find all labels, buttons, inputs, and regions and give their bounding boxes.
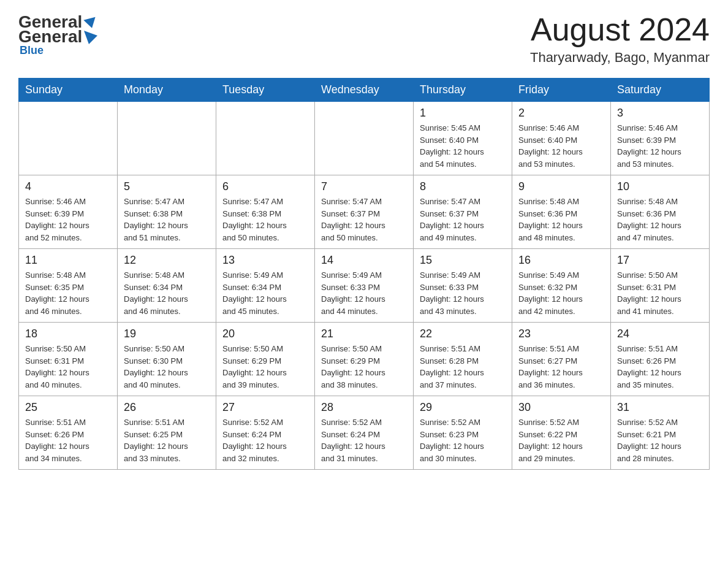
calendar-cell: 9Sunrise: 5:48 AM Sunset: 6:36 PM Daylig…	[512, 175, 611, 249]
day-number: 28	[321, 401, 407, 414]
day-number: 23	[518, 327, 604, 340]
header-sunday: Sunday	[19, 79, 118, 102]
week-row-4: 18Sunrise: 5:50 AM Sunset: 6:31 PM Dayli…	[19, 323, 710, 396]
day-number: 31	[617, 401, 703, 414]
day-number: 16	[518, 254, 604, 267]
calendar-cell: 2Sunrise: 5:46 AM Sunset: 6:40 PM Daylig…	[512, 102, 611, 175]
day-info: Sunrise: 5:48 AM Sunset: 6:36 PM Dayligh…	[617, 196, 703, 243]
day-number: 26	[124, 401, 210, 414]
day-info: Sunrise: 5:50 AM Sunset: 6:31 PM Dayligh…	[25, 343, 111, 391]
calendar-cell	[216, 102, 315, 175]
day-info: Sunrise: 5:45 AM Sunset: 6:40 PM Dayligh…	[420, 122, 506, 170]
day-info: Sunrise: 5:47 AM Sunset: 6:38 PM Dayligh…	[124, 196, 210, 243]
title-section: August 2024 Tharyarwady, Bago, Myanmar	[530, 12, 710, 66]
calendar-cell: 7Sunrise: 5:47 AM Sunset: 6:37 PM Daylig…	[315, 175, 414, 249]
day-number: 20	[222, 327, 308, 340]
location-title: Tharyarwady, Bago, Myanmar	[530, 50, 710, 66]
day-info: Sunrise: 5:52 AM Sunset: 6:24 PM Dayligh…	[222, 416, 308, 464]
day-info: Sunrise: 5:46 AM Sunset: 6:39 PM Dayligh…	[25, 196, 111, 243]
calendar-cell: 26Sunrise: 5:51 AM Sunset: 6:25 PM Dayli…	[118, 396, 216, 470]
day-number: 21	[321, 327, 407, 340]
header-tuesday: Tuesday	[216, 79, 315, 102]
week-row-5: 25Sunrise: 5:51 AM Sunset: 6:26 PM Dayli…	[19, 396, 710, 470]
day-number: 19	[124, 327, 210, 340]
day-info: Sunrise: 5:52 AM Sunset: 6:21 PM Dayligh…	[617, 416, 703, 464]
day-number: 14	[321, 254, 407, 267]
calendar-cell: 20Sunrise: 5:50 AM Sunset: 6:29 PM Dayli…	[216, 323, 315, 396]
day-info: Sunrise: 5:50 AM Sunset: 6:30 PM Dayligh…	[124, 343, 210, 391]
day-info: Sunrise: 5:52 AM Sunset: 6:22 PM Dayligh…	[518, 416, 604, 464]
day-number: 3	[617, 107, 703, 120]
calendar: SundayMondayTuesdayWednesdayThursdayFrid…	[18, 78, 710, 470]
day-info: Sunrise: 5:51 AM Sunset: 6:27 PM Dayligh…	[518, 343, 604, 391]
calendar-cell	[315, 102, 414, 175]
day-info: Sunrise: 5:51 AM Sunset: 6:26 PM Dayligh…	[25, 416, 111, 464]
month-title: August 2024	[530, 12, 710, 47]
header-wednesday: Wednesday	[315, 79, 414, 102]
calendar-cell	[19, 102, 118, 175]
calendar-cell: 21Sunrise: 5:50 AM Sunset: 6:29 PM Dayli…	[315, 323, 414, 396]
day-number: 12	[124, 254, 210, 267]
day-number: 5	[124, 180, 210, 193]
calendar-cell: 16Sunrise: 5:49 AM Sunset: 6:32 PM Dayli…	[512, 249, 611, 323]
logo-subtitle: Blue	[20, 44, 44, 57]
calendar-cell: 15Sunrise: 5:49 AM Sunset: 6:33 PM Dayli…	[414, 249, 512, 323]
calendar-cell: 23Sunrise: 5:51 AM Sunset: 6:27 PM Dayli…	[512, 323, 611, 396]
day-number: 11	[25, 254, 111, 267]
calendar-cell: 8Sunrise: 5:47 AM Sunset: 6:37 PM Daylig…	[414, 175, 512, 249]
day-number: 17	[617, 254, 703, 267]
day-info: Sunrise: 5:46 AM Sunset: 6:39 PM Dayligh…	[617, 122, 703, 170]
day-info: Sunrise: 5:46 AM Sunset: 6:40 PM Dayligh…	[518, 122, 604, 170]
calendar-cell	[118, 102, 216, 175]
calendar-cell: 19Sunrise: 5:50 AM Sunset: 6:30 PM Dayli…	[118, 323, 216, 396]
week-row-2: 4Sunrise: 5:46 AM Sunset: 6:39 PM Daylig…	[19, 175, 710, 249]
day-info: Sunrise: 5:50 AM Sunset: 6:31 PM Dayligh…	[617, 269, 703, 317]
calendar-cell: 13Sunrise: 5:49 AM Sunset: 6:34 PM Dayli…	[216, 249, 315, 323]
calendar-cell: 5Sunrise: 5:47 AM Sunset: 6:38 PM Daylig…	[118, 175, 216, 249]
calendar-cell: 31Sunrise: 5:52 AM Sunset: 6:21 PM Dayli…	[611, 396, 710, 470]
day-info: Sunrise: 5:48 AM Sunset: 6:34 PM Dayligh…	[124, 269, 210, 317]
header-thursday: Thursday	[414, 79, 512, 102]
day-number: 24	[617, 327, 703, 340]
calendar-cell: 3Sunrise: 5:46 AM Sunset: 6:39 PM Daylig…	[611, 102, 710, 175]
day-info: Sunrise: 5:49 AM Sunset: 6:33 PM Dayligh…	[420, 269, 506, 317]
day-info: Sunrise: 5:52 AM Sunset: 6:24 PM Dayligh…	[321, 416, 407, 464]
day-info: Sunrise: 5:51 AM Sunset: 6:25 PM Dayligh…	[124, 416, 210, 464]
day-number: 6	[222, 180, 308, 193]
day-number: 27	[222, 401, 308, 414]
day-number: 8	[420, 180, 506, 193]
day-info: Sunrise: 5:49 AM Sunset: 6:32 PM Dayligh…	[518, 269, 604, 317]
day-number: 10	[617, 180, 703, 193]
day-number: 25	[25, 401, 111, 414]
logo: General General Blue	[18, 12, 98, 57]
day-info: Sunrise: 5:52 AM Sunset: 6:23 PM Dayligh…	[420, 416, 506, 464]
day-number: 1	[420, 107, 506, 120]
day-number: 2	[518, 107, 604, 120]
calendar-cell: 17Sunrise: 5:50 AM Sunset: 6:31 PM Dayli…	[611, 249, 710, 323]
header: General General Blue August 2024 Tharyar…	[18, 12, 710, 66]
svg-marker-0	[84, 31, 97, 44]
calendar-cell: 30Sunrise: 5:52 AM Sunset: 6:22 PM Dayli…	[512, 396, 611, 470]
week-row-1: 1Sunrise: 5:45 AM Sunset: 6:40 PM Daylig…	[19, 102, 710, 175]
calendar-cell: 24Sunrise: 5:51 AM Sunset: 6:26 PM Dayli…	[611, 323, 710, 396]
calendar-cell: 12Sunrise: 5:48 AM Sunset: 6:34 PM Dayli…	[118, 249, 216, 323]
day-number: 29	[420, 401, 506, 414]
header-friday: Friday	[512, 79, 611, 102]
day-number: 30	[518, 401, 604, 414]
calendar-cell: 25Sunrise: 5:51 AM Sunset: 6:26 PM Dayli…	[19, 396, 118, 470]
week-row-3: 11Sunrise: 5:48 AM Sunset: 6:35 PM Dayli…	[19, 249, 710, 323]
day-info: Sunrise: 5:47 AM Sunset: 6:37 PM Dayligh…	[321, 196, 407, 243]
calendar-header-row: SundayMondayTuesdayWednesdayThursdayFrid…	[19, 79, 710, 102]
calendar-cell: 27Sunrise: 5:52 AM Sunset: 6:24 PM Dayli…	[216, 396, 315, 470]
calendar-cell: 14Sunrise: 5:49 AM Sunset: 6:33 PM Dayli…	[315, 249, 414, 323]
calendar-cell: 29Sunrise: 5:52 AM Sunset: 6:23 PM Dayli…	[414, 396, 512, 470]
calendar-cell: 4Sunrise: 5:46 AM Sunset: 6:39 PM Daylig…	[19, 175, 118, 249]
calendar-cell: 6Sunrise: 5:47 AM Sunset: 6:38 PM Daylig…	[216, 175, 315, 249]
day-info: Sunrise: 5:47 AM Sunset: 6:37 PM Dayligh…	[420, 196, 506, 243]
day-number: 22	[420, 327, 506, 340]
day-number: 15	[420, 254, 506, 267]
calendar-cell: 10Sunrise: 5:48 AM Sunset: 6:36 PM Dayli…	[611, 175, 710, 249]
calendar-cell: 28Sunrise: 5:52 AM Sunset: 6:24 PM Dayli…	[315, 396, 414, 470]
header-monday: Monday	[118, 79, 216, 102]
calendar-cell: 18Sunrise: 5:50 AM Sunset: 6:31 PM Dayli…	[19, 323, 118, 396]
